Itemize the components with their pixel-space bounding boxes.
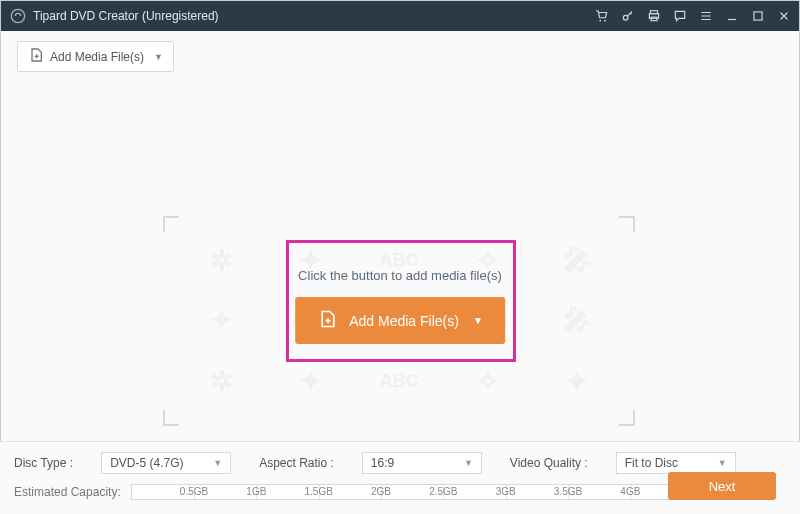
video-quality-select[interactable]: Fit to Disc ▼ [616, 452, 736, 474]
corner-decoration [163, 216, 179, 232]
disc-type-label: Disc Type : [14, 456, 73, 470]
abc-icon: ABC [379, 371, 418, 392]
add-media-small-label: Add Media File(s) [50, 50, 144, 64]
film-reel-icon: ✲ [210, 365, 233, 398]
corner-decoration [619, 216, 635, 232]
aspect-ratio-label: Aspect Ratio : [259, 456, 334, 470]
aspect-ratio-value: 16:9 [371, 456, 394, 470]
sparkle-icon: ✦ [299, 365, 322, 398]
main-area: ✲✦ABC✧🎤︎ ✦ABC✧ABC🎤︎ ✲✦ABC✧✦ Click the bu… [1, 82, 799, 422]
add-media-hint: Click the button to add media file(s) [295, 268, 505, 283]
sparkle-icon: ✧ [476, 365, 499, 398]
chevron-down-icon: ▼ [464, 458, 473, 468]
app-logo-icon [9, 7, 27, 25]
svg-point-0 [11, 9, 24, 22]
corner-decoration [163, 410, 179, 426]
video-quality-label: Video Quality : [510, 456, 588, 470]
capacity-label: Estimated Capacity: [14, 485, 121, 499]
capacity-tick-label: 3GB [496, 486, 516, 497]
mic-icon: 🎤︎ [563, 244, 591, 277]
svg-rect-6 [651, 17, 657, 21]
mic-icon: 🎤︎ [563, 304, 591, 337]
aspect-ratio-select[interactable]: 16:9 ▼ [362, 452, 482, 474]
center-block: Click the button to add media file(s) Ad… [295, 268, 505, 344]
chat-icon[interactable] [673, 9, 687, 23]
capacity-tick-label: 1GB [246, 486, 266, 497]
print-icon[interactable] [647, 9, 661, 23]
chevron-down-icon: ▼ [213, 458, 222, 468]
bottom-bar: Disc Type : DVD-5 (4.7G) ▼ Aspect Ratio … [0, 441, 800, 514]
add-file-icon [317, 309, 337, 332]
corner-decoration [619, 410, 635, 426]
svg-rect-7 [754, 12, 762, 20]
add-media-button-small[interactable]: Add Media File(s) ▼ [17, 41, 174, 72]
output-selectors: Disc Type : DVD-5 (4.7G) ▼ Aspect Ratio … [14, 452, 786, 474]
titlebar-actions [595, 9, 791, 23]
window-title: Tipard DVD Creator (Unregistered) [33, 9, 595, 23]
capacity-track: 0.5GB1GB1.5GB2GB2.5GB3GB3.5GB4GB4.5GB [131, 484, 756, 500]
key-icon[interactable] [621, 9, 635, 23]
add-file-icon [28, 47, 44, 66]
capacity-tick-label: 0.5GB [180, 486, 208, 497]
svg-point-2 [604, 20, 606, 22]
disc-type-select[interactable]: DVD-5 (4.7G) ▼ [101, 452, 231, 474]
chevron-down-icon: ▼ [718, 458, 727, 468]
capacity-tick-label: 2.5GB [429, 486, 457, 497]
capacity-tick-label: 3.5GB [554, 486, 582, 497]
menu-icon[interactable] [699, 9, 713, 23]
next-button[interactable]: Next [668, 472, 776, 500]
svg-point-1 [599, 20, 601, 22]
add-media-big-label: Add Media File(s) [349, 313, 459, 329]
sparkle-icon: ✦ [565, 365, 588, 398]
capacity-tick-label: 1.5GB [305, 486, 333, 497]
capacity-tick-label: 4GB [620, 486, 640, 497]
chevron-down-icon: ▼ [473, 315, 483, 326]
chevron-down-icon: ▼ [154, 52, 163, 62]
film-reel-icon: ✲ [210, 244, 233, 277]
maximize-icon[interactable] [751, 9, 765, 23]
add-media-button[interactable]: Add Media File(s) ▼ [295, 297, 505, 344]
sparkle-icon: ✦ [210, 304, 233, 337]
close-icon[interactable] [777, 9, 791, 23]
svg-point-3 [623, 15, 628, 20]
capacity-tick-label: 2GB [371, 486, 391, 497]
cart-icon[interactable] [595, 9, 609, 23]
video-quality-value: Fit to Disc [625, 456, 678, 470]
toolbar: Add Media File(s) ▼ [1, 31, 799, 82]
titlebar: Tipard DVD Creator (Unregistered) [1, 1, 799, 31]
disc-type-value: DVD-5 (4.7G) [110, 456, 183, 470]
minimize-icon[interactable] [725, 9, 739, 23]
